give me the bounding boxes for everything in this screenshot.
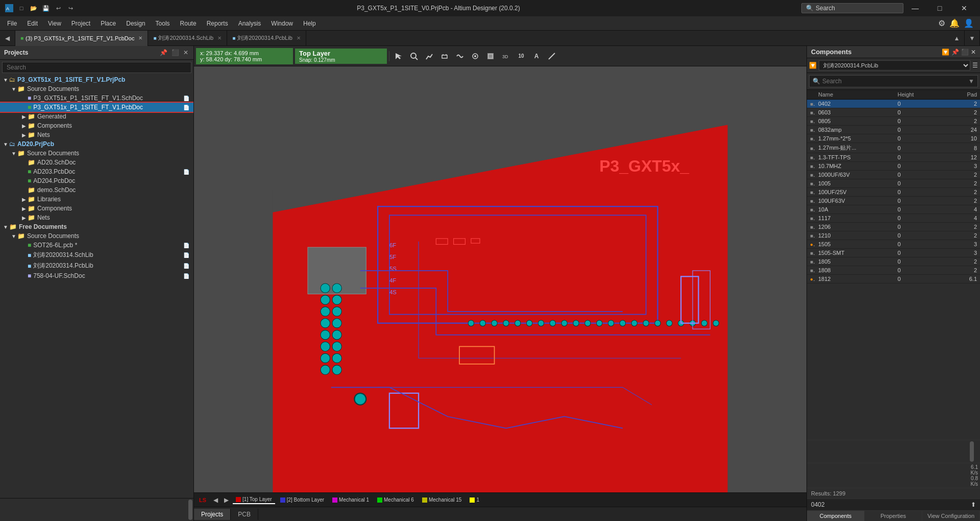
layer-ls[interactable]: LS bbox=[196, 496, 209, 504]
menu-window[interactable]: Window bbox=[266, 18, 298, 29]
tb-route-btn[interactable] bbox=[422, 49, 436, 63]
menu-reports[interactable]: Reports bbox=[202, 18, 233, 29]
comp-row-127mm[interactable]: ■ 1.27mm-*2*5 0 10 bbox=[807, 134, 980, 143]
settings-icon[interactable]: ⚙ bbox=[938, 18, 945, 28]
comp-row-1812[interactable]: ● 1812 0 6.1 bbox=[807, 275, 980, 283]
comp-row-1000uf[interactable]: ■ 1000UF/63V 0 2 bbox=[807, 171, 980, 179]
panel-close-icon[interactable]: ✕ bbox=[182, 48, 189, 57]
tree-item-sch1[interactable]: ■ P3_GXT51x_P1_1SITE_FT_V1.SchDoc 📄 bbox=[0, 93, 193, 103]
tree-item-libs1[interactable]: ▶ 📁 Libraries bbox=[0, 195, 193, 204]
tree-item-gen1[interactable]: ▶ 📁 Generated bbox=[0, 112, 193, 121]
comp-row-1210[interactable]: ■ 1210 0 2 bbox=[807, 231, 980, 240]
tree-scrollbar[interactable] bbox=[0, 498, 193, 521]
btab-pcb[interactable]: PCB bbox=[231, 509, 258, 520]
tb-component-btn[interactable] bbox=[437, 49, 452, 63]
tree-item-demosch[interactable]: 📁 demo.SchDoc bbox=[0, 185, 193, 195]
rbtab-view-config[interactable]: View Configuration bbox=[922, 511, 980, 521]
menu-analysis[interactable]: Analysis bbox=[233, 18, 266, 29]
menu-place[interactable]: Place bbox=[95, 18, 121, 29]
undo-btn[interactable]: ↩ bbox=[53, 3, 63, 13]
panel-close-icon-right[interactable]: ✕ bbox=[971, 49, 976, 56]
btab-projects[interactable]: Projects bbox=[194, 509, 231, 520]
tb-wave-btn[interactable] bbox=[453, 49, 467, 63]
tree-item-uf758[interactable]: ■ 758-04-UF.SchDoc 📄 bbox=[0, 271, 193, 280]
layer-bottom-layer[interactable]: [2] Bottom Layer bbox=[277, 496, 327, 504]
expand-icon[interactable]: ⬆ bbox=[971, 501, 976, 508]
layer-mechanical1[interactable]: Mechanical 1 bbox=[329, 496, 372, 504]
menu-icon[interactable]: ☰ bbox=[972, 62, 978, 69]
tree-item-ad203pcb[interactable]: ■ AD203.PcbDoc 📄 bbox=[0, 167, 193, 176]
tree-item-nets2[interactable]: ▶ 📁 Nets bbox=[0, 213, 193, 222]
comp-row-1206[interactable]: ■ 1206 0 2 bbox=[807, 223, 980, 231]
tab-collapse[interactable]: ▼ bbox=[965, 31, 980, 46]
account-icon[interactable]: 👤 bbox=[964, 18, 974, 28]
tree-item-src2[interactable]: ▼ 📁 Source Documents bbox=[0, 149, 193, 158]
comp-row-107mhz[interactable]: ■ 10.7MHZ 0 3 bbox=[807, 162, 980, 171]
tb-select-btn[interactable] bbox=[391, 49, 406, 63]
comp-table-scrollbar[interactable] bbox=[807, 440, 980, 463]
comp-row-0805[interactable]: ■ 0805 0 2 bbox=[807, 117, 980, 126]
comp-row-127smt[interactable]: ■ 1.27mm-贴片... 0 8 bbox=[807, 143, 980, 153]
menu-edit[interactable]: Edit bbox=[22, 18, 43, 29]
tree-item-comp2[interactable]: ▶ 📁 Components bbox=[0, 204, 193, 213]
layer-mechanical15[interactable]: Mechanical 15 bbox=[419, 496, 464, 504]
tab-schlib[interactable]: ■ 刘涛20200314.SchLib ✕ bbox=[148, 31, 227, 46]
rbtab-properties[interactable]: Properties bbox=[865, 511, 922, 521]
tb-fill-btn[interactable] bbox=[483, 49, 498, 63]
save-btn[interactable]: 💾 bbox=[41, 3, 51, 13]
tree-item-lt1pcblib[interactable]: ■ 刘涛20200314.PcbLib 📄 bbox=[0, 260, 193, 271]
comp-row-1005[interactable]: ■ 1005 0 2 bbox=[807, 179, 980, 188]
menu-view[interactable]: View bbox=[43, 18, 66, 29]
comp-row-0402[interactable]: ■ 0402 0 2 bbox=[807, 100, 980, 108]
tree-scroll-thumb[interactable] bbox=[188, 500, 192, 520]
tab-pcblib[interactable]: ■ 刘涛20200314.PcbLib ✕ bbox=[227, 31, 306, 46]
layer-nav-left[interactable]: ◀ bbox=[211, 495, 220, 505]
tree-item-ad20prj[interactable]: ▼ 🗂 AD20.PrjPcb bbox=[0, 139, 193, 149]
pcb-canvas[interactable]: P3_GXT5x_ bbox=[194, 66, 806, 492]
components-search-input[interactable] bbox=[820, 77, 968, 86]
global-search-bar[interactable]: 🔍 Search bbox=[801, 3, 903, 13]
comp-scroll-thumb[interactable] bbox=[970, 441, 974, 462]
tree-item-src3[interactable]: ▼ 📁 Source Documents bbox=[0, 231, 193, 241]
tab-pcbdoc-close[interactable]: ✕ bbox=[138, 35, 142, 41]
tree-item-nets1[interactable]: ▶ 📁 Nets bbox=[0, 130, 193, 139]
minimize-btn[interactable]: — bbox=[903, 0, 927, 16]
menu-design[interactable]: Design bbox=[121, 18, 150, 29]
open-btn[interactable]: 📂 bbox=[29, 3, 39, 13]
library-select[interactable]: 刘涛20200314.PcbLib bbox=[819, 60, 970, 70]
close-btn[interactable]: ✕ bbox=[952, 0, 976, 16]
comp-row-1505smt[interactable]: ■ 1505-SMT 0 3 bbox=[807, 249, 980, 257]
tree-item-pcb1[interactable]: ■ P3_GXT51x_P1_1SITE_FT_V1.PcbDoc 📄 bbox=[0, 103, 193, 112]
tb-line-btn[interactable] bbox=[545, 49, 559, 63]
panel-filter-icon[interactable]: 🔽 bbox=[942, 49, 949, 56]
panel-float-icon-right[interactable]: ⬛ bbox=[961, 49, 969, 56]
tree-item-freedoc[interactable]: ▼ 📁 Free Documents bbox=[0, 222, 193, 231]
tree-item-comp1[interactable]: ▶ 📁 Components bbox=[0, 121, 193, 130]
comp-row-1808[interactable]: ■ 1808 0 2 bbox=[807, 266, 980, 275]
new-btn[interactable]: □ bbox=[16, 3, 27, 13]
tree-item-sot26[interactable]: ■ SOT26-6L.pcb * 📄 bbox=[0, 241, 193, 250]
menu-route[interactable]: Route bbox=[175, 18, 202, 29]
layer-mechanical6[interactable]: Mechanical 6 bbox=[374, 496, 417, 504]
panel-pin-icon[interactable]: 📌 bbox=[159, 48, 168, 57]
comp-row-1805[interactable]: ■ 1805 0 2 bbox=[807, 257, 980, 266]
menu-help[interactable]: Help bbox=[298, 18, 321, 29]
comp-row-100uf63[interactable]: ■ 100UF63V 0 2 bbox=[807, 197, 980, 205]
tb-pad-btn[interactable] bbox=[468, 49, 482, 63]
tree-item-ad204pcb[interactable]: ■ AD204.PcbDoc bbox=[0, 176, 193, 185]
menu-file[interactable]: File bbox=[2, 18, 22, 29]
panel-float-icon[interactable]: ⬛ bbox=[170, 48, 180, 57]
comp-row-0603[interactable]: ■ 0603 0 2 bbox=[807, 108, 980, 117]
comp-row-1505[interactable]: ● 1505 0 3 bbox=[807, 240, 980, 249]
redo-btn[interactable]: ↪ bbox=[65, 3, 76, 13]
tb-3d-btn[interactable]: 3D bbox=[499, 49, 513, 63]
tab-pcblib-close[interactable]: ✕ bbox=[297, 35, 301, 41]
comp-row-10a[interactable]: ■ 10A 0 4 bbox=[807, 205, 980, 214]
tab-schlib-close[interactable]: ✕ bbox=[217, 35, 222, 41]
tab-scroll-left[interactable]: ◀ bbox=[0, 31, 15, 46]
comp-row-0832amp[interactable]: ■ 0832amp 0 24 bbox=[807, 126, 980, 134]
layer-mechanical-extra[interactable]: 1 bbox=[467, 496, 482, 504]
tree-item-ad20sch[interactable]: 📁 AD20.SchDoc bbox=[0, 158, 193, 167]
layer-top-layer[interactable]: [1] Top Layer bbox=[233, 495, 275, 504]
menu-project[interactable]: Project bbox=[66, 18, 95, 29]
